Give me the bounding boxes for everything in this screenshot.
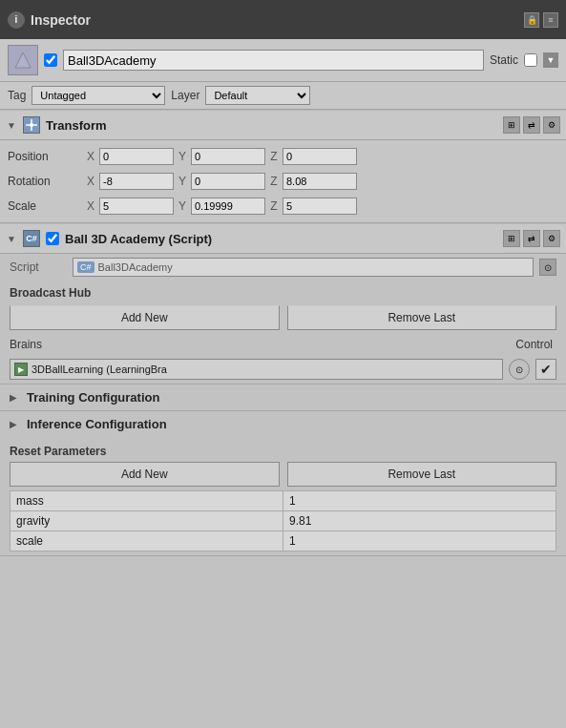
tag-label: Tag (8, 89, 26, 102)
transform-fields: Position X Y Z Rotation X Y Z (0, 140, 566, 222)
script-tools: ⊞ ⇄ ⚙ (503, 230, 560, 247)
reset-button-row: Add New Remove Last (10, 462, 556, 487)
transform-collapse-arrow[interactable]: ▼ (6, 119, 17, 131)
layer-select[interactable]: Default (205, 86, 310, 105)
title-bar: i Inspector 🔒 ≡ (0, 0, 566, 39)
scale-x-label: X (84, 199, 97, 213)
static-dropdown-button[interactable]: ▼ (543, 52, 558, 68)
reset-add-new-button[interactable]: Add New (10, 462, 280, 487)
script-active-checkbox[interactable] (46, 232, 59, 245)
broadcast-button-row: Add New Remove Last (0, 302, 566, 334)
brain-control-checkbox[interactable]: ✔ (535, 359, 556, 380)
training-component: ▶ Training Configuration (0, 385, 566, 411)
position-z-input[interactable] (283, 148, 357, 165)
layer-label: Layer (171, 89, 199, 102)
reset-param-row: scale1 (10, 531, 556, 551)
transform-tool-2[interactable]: ⇄ (523, 116, 540, 134)
menu-button[interactable]: ≡ (543, 12, 558, 28)
rot-y-label: Y (176, 175, 189, 188)
title-bar-actions: 🔒 ≡ (524, 12, 558, 28)
position-xyz: X Y Z (84, 148, 558, 165)
reset-param-value: 1 (283, 531, 556, 551)
transform-component: ▼ Transform ⊞ ⇄ ⚙ Position X Y Z (0, 110, 566, 223)
scale-y-input[interactable] (191, 198, 265, 215)
reset-parameters-section: Reset Parameters Add New Remove Last mas… (0, 437, 566, 555)
tag-select[interactable]: Untagged (31, 86, 165, 105)
pos-y-label: Y (176, 150, 189, 163)
inference-title: Inference Configuration (27, 417, 167, 431)
tag-layer-row: Tag Untagged Layer Default (0, 82, 566, 110)
brains-label: Brains (10, 338, 515, 351)
script-field-row: Script C# Ball3DAcademy ⊙ (0, 254, 566, 281)
script-settings[interactable]: ⚙ (543, 230, 560, 247)
scale-z-input[interactable] (283, 198, 357, 215)
script-object-settings[interactable]: ⊙ (539, 259, 556, 276)
script-collapse-arrow[interactable]: ▼ (6, 233, 17, 244)
broadcast-add-new-button[interactable]: Add New (10, 305, 280, 330)
brain-settings-button[interactable]: ⊙ (509, 359, 530, 380)
transform-tool-1[interactable]: ⊞ (503, 116, 520, 134)
script-component-icon: C# (23, 230, 40, 247)
scale-x-input[interactable] (99, 198, 174, 215)
reset-param-key: scale (10, 531, 283, 551)
reset-params-label: Reset Parameters (10, 441, 556, 462)
inference-header[interactable]: ▶ Inference Configuration (0, 411, 566, 437)
gameobject-header: Static ▼ (0, 39, 566, 82)
reset-remove-last-button[interactable]: Remove Last (287, 462, 557, 487)
brain-icon: ▶ (14, 363, 28, 376)
position-row: Position X Y Z (0, 144, 566, 169)
inference-component: ▶ Inference Configuration Reset Paramete… (0, 411, 566, 556)
reset-param-key: mass (10, 491, 283, 511)
static-checkbox[interactable] (524, 53, 537, 67)
svg-marker-0 (15, 52, 31, 68)
reset-param-value: 9.81 (283, 511, 556, 531)
rotation-y-input[interactable] (191, 173, 265, 190)
transform-header: ▼ Transform ⊞ ⇄ ⚙ (0, 110, 566, 140)
rot-x-label: X (84, 175, 97, 188)
rotation-label: Rotation (8, 175, 84, 188)
transform-settings[interactable]: ⚙ (543, 116, 560, 134)
scale-xyz: X Y Z (84, 198, 558, 215)
gameobject-name-input[interactable] (63, 50, 484, 71)
lock-button[interactable]: 🔒 (524, 12, 539, 28)
transform-icon (23, 116, 40, 134)
pos-z-label: Z (267, 150, 281, 163)
static-label: Static (490, 53, 518, 67)
scale-z-label: Z (267, 199, 281, 213)
rot-z-label: Z (267, 175, 281, 188)
rotation-xyz: X Y Z (84, 173, 558, 190)
training-header[interactable]: ▶ Training Configuration (0, 385, 566, 410)
brains-header: Brains Control (0, 334, 566, 355)
position-label: Position (8, 150, 84, 163)
position-y-input[interactable] (191, 148, 265, 165)
script-tool-1[interactable]: ⊞ (503, 230, 520, 247)
control-label: Control (515, 338, 553, 351)
reset-param-row: gravity9.81 (10, 511, 556, 531)
broadcast-remove-last-button[interactable]: Remove Last (287, 305, 557, 330)
brain-input[interactable]: ▶ 3DBallLearning (LearningBra (10, 359, 503, 380)
brain-row: ▶ 3DBallLearning (LearningBra ⊙ ✔ (0, 355, 566, 384)
gameobject-icon (8, 45, 38, 75)
script-header: ▼ C# Ball 3D Academy (Script) ⊞ ⇄ ⚙ (0, 223, 566, 254)
script-input[interactable]: C# Ball3DAcademy (73, 258, 534, 277)
reset-param-row: mass1 (10, 491, 556, 511)
scale-y-label: Y (176, 199, 189, 213)
script-tool-2[interactable]: ⇄ (523, 230, 540, 247)
rotation-x-input[interactable] (99, 173, 174, 190)
reset-param-key: gravity (10, 511, 283, 531)
script-component: ▼ C# Ball 3D Academy (Script) ⊞ ⇄ ⚙ Scri… (0, 223, 566, 385)
scale-row: Scale X Y Z (0, 194, 566, 218)
position-x-input[interactable] (99, 148, 174, 165)
training-title: Training Configuration (27, 390, 159, 405)
brain-name: 3DBallLearning (LearningBra (31, 364, 167, 375)
rotation-z-input[interactable] (283, 173, 357, 190)
gameobject-active-checkbox[interactable] (44, 53, 57, 67)
pos-x-label: X (84, 150, 97, 163)
inference-arrow: ▶ (10, 419, 21, 429)
script-title: Ball 3D Academy (Script) (65, 232, 497, 246)
cs-badge: C# (77, 261, 94, 273)
svg-point-3 (30, 123, 33, 127)
script-name: Ball3DAcademy (98, 261, 173, 273)
scale-label: Scale (8, 199, 84, 213)
reset-param-value: 1 (283, 491, 556, 511)
